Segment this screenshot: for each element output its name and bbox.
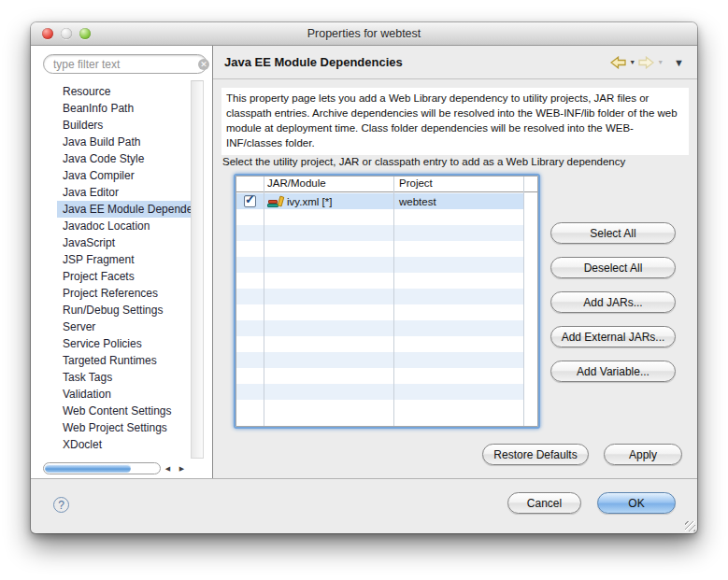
library-icon <box>267 195 283 207</box>
sidebar-item-label: Web Content Settings <box>63 404 172 417</box>
scrollbar-track[interactable] <box>43 462 161 474</box>
table-empty-row <box>236 241 537 257</box>
help-button[interactable]: ? <box>53 497 69 513</box>
properties-dialog: Properties for webtest ✕ ResourceBeanInf… <box>31 22 697 533</box>
sidebar-item-web-project-settings[interactable]: Web Project Settings <box>57 419 192 436</box>
sidebar-item-label: Resource <box>63 85 110 98</box>
sidebar-item-project-facets[interactable]: Project Facets <box>57 268 192 285</box>
scrollbar-thumb[interactable] <box>45 464 131 473</box>
sidebar-item-javadoc-location[interactable]: Javadoc Location <box>57 218 192 234</box>
sidebar-item-targeted-runtimes[interactable]: Targeted Runtimes <box>57 352 192 369</box>
sidebar-item-jsp-fragment[interactable]: JSP Fragment <box>57 251 192 268</box>
tree-horizontal-scrollbar[interactable]: ◀ ▶ <box>43 461 189 474</box>
sidebar-item-resource[interactable]: Resource <box>57 83 192 100</box>
property-page: Java EE Module Dependencies ▼ ▼ ▼ This p… <box>213 46 697 478</box>
sidebar-item-java-compiler[interactable]: ▶Java Compiler <box>57 167 192 184</box>
sidebar-item-java-build-path[interactable]: Java Build Path <box>57 134 192 150</box>
sidebar-item-label: Javadoc Location <box>63 219 150 233</box>
table-empty-row <box>236 320 537 336</box>
sidebar-item-label: Builders <box>63 119 103 132</box>
restore-defaults-button[interactable]: Restore Defaults <box>482 444 589 465</box>
table-empty-row <box>236 273 537 289</box>
sidebar-item-run-debug-settings[interactable]: Run/Debug Settings <box>57 302 192 318</box>
project-cell: webtest <box>393 196 537 207</box>
back-menu-icon[interactable]: ▼ <box>629 59 635 65</box>
table-empty-row <box>236 352 537 368</box>
sidebar-item-label: Java Build Path <box>63 135 140 149</box>
dependencies-table: JAR/Module Project ✓ ivy.xml [*] <box>234 174 540 429</box>
table-empty-row <box>236 257 537 273</box>
add-jars-button[interactable]: Add JARs... <box>550 291 676 313</box>
sidebar-item-server[interactable]: Server <box>57 318 192 335</box>
back-icon[interactable] <box>610 56 626 69</box>
sidebar-item-xdoclet[interactable]: ▶XDoclet <box>57 436 192 453</box>
table-empty-row <box>236 289 537 304</box>
clear-filter-icon[interactable]: ✕ <box>198 59 209 70</box>
table-empty-row <box>236 304 537 320</box>
table-horizontal-scrollbar[interactable] <box>236 413 537 426</box>
titlebar[interactable]: Properties for webtest <box>31 22 697 46</box>
property-tree: ResourceBeanInfo PathBuildersJava Build … <box>31 83 192 453</box>
table-row[interactable]: ✓ ivy.xml [*] webtest <box>236 193 537 209</box>
sidebar-item-service-policies[interactable]: Service Policies <box>57 335 192 352</box>
sidebar-item-label: Java Compiler <box>63 169 135 182</box>
filter-box: ✕ <box>43 54 207 74</box>
sidebar-item-javascript[interactable]: ▶JavaScript <box>57 234 192 251</box>
sidebar-item-label: Web Project Settings <box>63 421 167 434</box>
table-empty-row <box>236 225 537 241</box>
sidebar-item-label: Service Policies <box>63 337 142 350</box>
table-empty-row <box>236 384 537 400</box>
sidebar-item-label: Targeted Runtimes <box>63 354 157 367</box>
add-variable-button[interactable]: Add Variable... <box>550 361 676 382</box>
forward-icon[interactable] <box>638 56 654 69</box>
sidebar-item-label: Project References <box>63 287 158 300</box>
deselect-all-button[interactable]: Deselect All <box>550 257 676 278</box>
row-checkbox[interactable]: ✓ <box>244 195 256 207</box>
checkmark-icon: ✓ <box>245 193 255 206</box>
sidebar-item-label: Task Tags <box>63 371 112 384</box>
resize-grip[interactable] <box>685 521 695 531</box>
sidebar-item-label: Server <box>63 320 95 333</box>
ok-button[interactable]: OK <box>597 492 676 514</box>
apply-button[interactable]: Apply <box>604 444 682 465</box>
dialog-footer: ? Cancel OK <box>31 478 697 533</box>
sidebar-item-project-references[interactable]: Project References <box>57 285 192 302</box>
description-text: This property page lets you add a Web Li… <box>221 88 689 155</box>
add-external-jars-button[interactable]: Add External JARs... <box>550 326 676 347</box>
scroll-right-icon[interactable]: ▶ <box>175 462 189 474</box>
select-all-button[interactable]: Select All <box>550 222 676 244</box>
sidebar-item-label: Validation <box>63 388 111 401</box>
sidebar: ✕ ResourceBeanInfo PathBuildersJava Buil… <box>31 46 213 478</box>
window-title: Properties for webtest <box>31 22 697 45</box>
sidebar-item-label: Java EE Module Dependencies <box>63 203 192 216</box>
column-header-project[interactable]: Project <box>399 177 433 189</box>
sidebar-item-label: Java Editor <box>63 186 119 199</box>
table-header: JAR/Module Project <box>236 177 537 192</box>
sidebar-item-label: XDoclet <box>63 438 102 451</box>
forward-menu-icon[interactable]: ▼ <box>657 59 664 65</box>
sidebar-item-beaninfo-path[interactable]: BeanInfo Path <box>57 100 192 117</box>
cancel-button[interactable]: Cancel <box>507 492 581 514</box>
scroll-left-icon[interactable]: ◀ <box>161 462 175 474</box>
sidebar-item-task-tags[interactable]: Task Tags <box>57 369 192 386</box>
jar-module-cell: ivy.xml [*] <box>287 196 332 207</box>
sidebar-item-java-editor[interactable]: ▶Java Editor <box>57 184 192 201</box>
table-vertical-scrollbar[interactable] <box>523 193 537 426</box>
close-button[interactable] <box>42 28 53 39</box>
window-controls <box>42 28 91 39</box>
tree-vertical-scrollbar[interactable] <box>191 80 204 459</box>
view-menu-icon[interactable]: ▼ <box>674 57 684 68</box>
sidebar-item-label: Java Code Style <box>63 152 144 165</box>
zoom-button[interactable] <box>79 28 91 39</box>
filter-input[interactable] <box>53 58 198 71</box>
sidebar-item-validation[interactable]: ▶Validation <box>57 386 192 403</box>
table-empty-row <box>236 336 537 352</box>
minimize-button[interactable] <box>61 28 72 39</box>
sidebar-item-label: JSP Fragment <box>63 253 134 266</box>
sidebar-item-web-content-settings[interactable]: Web Content Settings <box>57 403 192 419</box>
sidebar-item-java-code-style[interactable]: ▶Java Code Style <box>57 150 192 167</box>
column-header-jar-module[interactable]: JAR/Module <box>267 177 326 189</box>
sidebar-item-builders[interactable]: Builders <box>57 117 192 134</box>
sidebar-item-java-ee-module-dependencies[interactable]: Java EE Module Dependencies <box>57 201 192 218</box>
page-title: Java EE Module Dependencies <box>224 55 610 69</box>
